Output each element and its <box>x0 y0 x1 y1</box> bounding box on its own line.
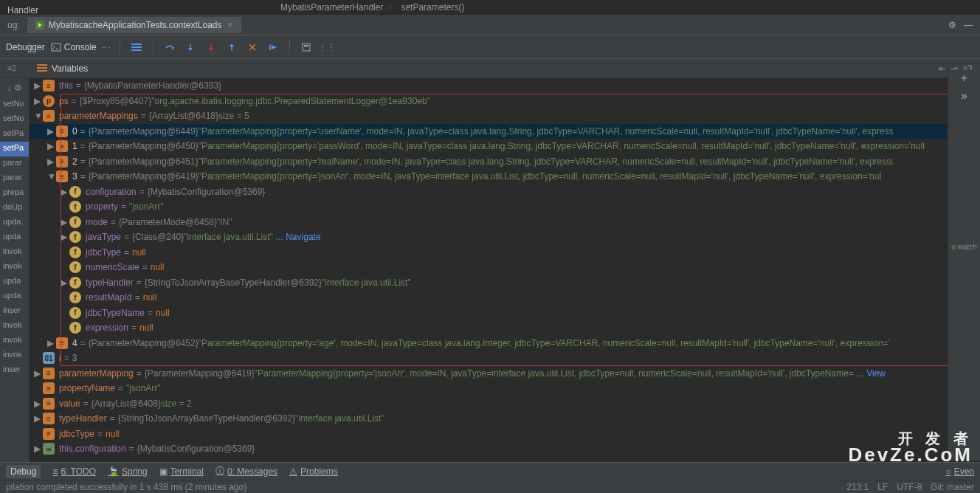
tab-problems[interactable]: ⚠Problems <box>289 466 338 477</box>
collapse-icon[interactable]: ⇤ <box>939 63 946 74</box>
variable-row[interactable]: ▶∞this.configuration = {MybatisConfigura… <box>30 441 980 457</box>
variable-row[interactable]: ▶fmode = {ParameterMode@6458} "IN" <box>30 215 980 230</box>
expand-icon[interactable]: ▶ <box>61 232 68 242</box>
expand-icon[interactable]: ▶ <box>61 187 68 197</box>
variables-tree[interactable]: ▶≡this = {MybatisParameterHandler@6393} … <box>30 78 980 469</box>
variable-name: configuration <box>86 187 137 197</box>
drop-frame-icon[interactable] <box>245 40 260 55</box>
variable-row[interactable]: fresultMapId = null <box>30 290 980 306</box>
variable-row[interactable]: ▶≡2 = {ParameterMapping@6451} "Parameter… <box>30 154 980 170</box>
expand-icon[interactable]: ▶ <box>34 413 41 424</box>
frame-item[interactable]: invok <box>0 245 29 260</box>
frame-item[interactable]: invok <box>0 319 29 334</box>
variable-row[interactable]: 01i = 3 <box>30 351 980 366</box>
expand-icon[interactable]: ▶ <box>61 217 68 227</box>
frame-item[interactable]: invok <box>0 260 29 275</box>
frame-item[interactable]: parar <box>0 156 29 171</box>
variable-row[interactable]: ▶fconfiguration = {MybatisConfiguration@… <box>30 185 980 200</box>
navigate-link[interactable]: ... View <box>857 368 886 379</box>
variable-row[interactable]: ▶pps = {$Proxy85@6407} "org.apache.ibati… <box>30 94 980 109</box>
frame-item[interactable]: doUp <box>0 201 29 216</box>
variable-row[interactable]: ▶≡typeHandler = {StringToJsonArrayBaseTy… <box>30 411 980 427</box>
add-watch-icon[interactable]: + <box>948 69 980 87</box>
frame-item[interactable]: prepa <box>0 186 29 201</box>
frame-item[interactable]: setPa <box>0 127 29 142</box>
variable-row[interactable]: ▼≡parameterMappings = {ArrayList@6418} s… <box>30 108 980 124</box>
expand-icon[interactable]: ▶ <box>34 399 41 409</box>
variable-row[interactable]: ▼≡3 = {ParameterMapping@6419} "Parameter… <box>30 169 980 185</box>
tab-todo[interactable]: ≡6: TODO <box>52 466 96 477</box>
frame-item[interactable]: inser <box>0 304 29 319</box>
variable-row[interactable]: ≡propertyName = "jsonArr" <box>30 381 980 396</box>
console-tab[interactable]: Console →· <box>51 42 111 52</box>
dropdown-icon[interactable]: →· <box>100 42 111 52</box>
frame-item[interactable]: invok <box>0 348 29 363</box>
force-step-into-icon[interactable] <box>204 40 218 55</box>
variable-row[interactable]: ▶≡value = {ArrayList@6408} size = 2 <box>30 396 980 412</box>
frame-item[interactable]: setNo <box>0 112 29 127</box>
frame-item[interactable]: parar <box>0 171 29 186</box>
variable-row[interactable]: fjdbcTypeName = null <box>30 306 980 321</box>
run-to-cursor-icon[interactable] <box>266 40 280 55</box>
variable-row[interactable]: ▶≡this = {MybatisParameterHandler@6393} <box>30 78 980 94</box>
frame-item[interactable]: setNo <box>0 97 29 112</box>
variable-row[interactable]: ▶ftypeHandler = {StringToJsonArrayBaseTy… <box>30 275 980 291</box>
filter-icon[interactable]: ↓ ⚙ <box>7 83 21 93</box>
debugger-tab[interactable]: Debugger <box>6 42 45 52</box>
tab-debug[interactable]: Debug <box>6 465 41 478</box>
variable-row[interactable]: ▶≡0 = {ParameterMapping@6449} "Parameter… <box>30 124 980 139</box>
status-line-sep[interactable]: LF <box>877 482 888 492</box>
expand-icon[interactable]: ▶ <box>34 368 41 379</box>
breadcrumb-method[interactable]: setParameters() <box>401 2 464 13</box>
variable-row[interactable]: ≡jdbcType = null <box>30 427 980 442</box>
expand-icon[interactable]: ▶ <box>47 141 55 151</box>
close-icon[interactable]: × <box>227 20 232 30</box>
tab-event-log[interactable]: ○Even <box>945 466 974 477</box>
variable-row[interactable]: fproperty = "jsonArr" <box>30 199 980 215</box>
breadcrumb-class[interactable]: MybatisParameterHandler <box>280 2 383 13</box>
object-ref: {ArrayList@6408} <box>92 399 161 409</box>
variable-row[interactable]: ▶≡1 = {ParameterMapping@6450} "Parameter… <box>30 139 980 154</box>
editor-tab[interactable]: MybatiscacheApplicationTests.contextLoad… <box>27 17 241 33</box>
status-encoding[interactable]: UTF-8 <box>897 482 922 492</box>
expand-icon[interactable]: ▶ <box>34 96 41 106</box>
expand-icon[interactable]: ▶ <box>47 156 55 167</box>
collapse-icon[interactable]: ▼ <box>34 111 41 121</box>
step-into-icon[interactable] <box>183 40 198 55</box>
frame-item[interactable]: upda <box>0 275 29 289</box>
variable-row[interactable]: ▶fjavaType = {Class@240} "interface java… <box>30 230 980 245</box>
tab-terminal[interactable]: ▣Terminal <box>159 466 204 477</box>
trace-icon[interactable]: ⋮⋮ <box>320 40 334 55</box>
navigate-link[interactable]: ... Navigate <box>276 232 321 242</box>
step-over-icon[interactable] <box>162 40 177 55</box>
expand-icon[interactable]: ▶ <box>47 338 55 348</box>
variable-row[interactable]: ▶≡4 = {ParameterMapping@6452} "Parameter… <box>30 336 980 351</box>
frame-item[interactable]: invok <box>0 334 29 348</box>
expand-icon[interactable]: ▶ <box>61 277 68 288</box>
gear-icon[interactable]: ⚙ <box>948 20 956 30</box>
tab-messages[interactable]: ⓘ0: Messages <box>215 465 277 478</box>
frame-item[interactable]: upda <box>0 216 29 230</box>
variable-row[interactable]: fexpression = null <box>30 320 980 336</box>
frame-item[interactable]: upda <box>0 230 29 245</box>
layout-icon[interactable] <box>129 40 144 55</box>
object-icon: ≡ <box>43 398 55 410</box>
expand-icon[interactable]: ▶ <box>34 80 41 91</box>
variable-row[interactable]: fjdbcType = null <box>30 245 980 261</box>
frame-item[interactable]: inser <box>0 363 29 378</box>
step-out-icon[interactable] <box>224 40 239 55</box>
frame-item[interactable]: upda <box>0 289 29 304</box>
frames-filter[interactable]: ↓ ⚙ <box>0 78 29 97</box>
variable-row[interactable]: ▶≡parameterMapping = {ParameterMapping@6… <box>30 366 980 382</box>
variable-row[interactable]: fnumericScale = null <box>30 260 980 275</box>
evaluate-icon[interactable] <box>299 40 314 55</box>
tab-spring[interactable]: 🍃Spring <box>108 466 148 477</box>
expand-icon[interactable]: ▶ <box>34 444 41 454</box>
more-icon[interactable]: » <box>948 87 980 105</box>
expand-icon[interactable]: ▶ <box>47 126 55 137</box>
minimize-icon[interactable]: — <box>964 20 973 30</box>
frame-item[interactable]: setPa <box>0 142 29 156</box>
status-position[interactable]: 213:1 <box>846 482 869 492</box>
status-git[interactable]: Git: master <box>931 482 974 492</box>
collapse-icon[interactable]: ▼ <box>47 171 55 182</box>
